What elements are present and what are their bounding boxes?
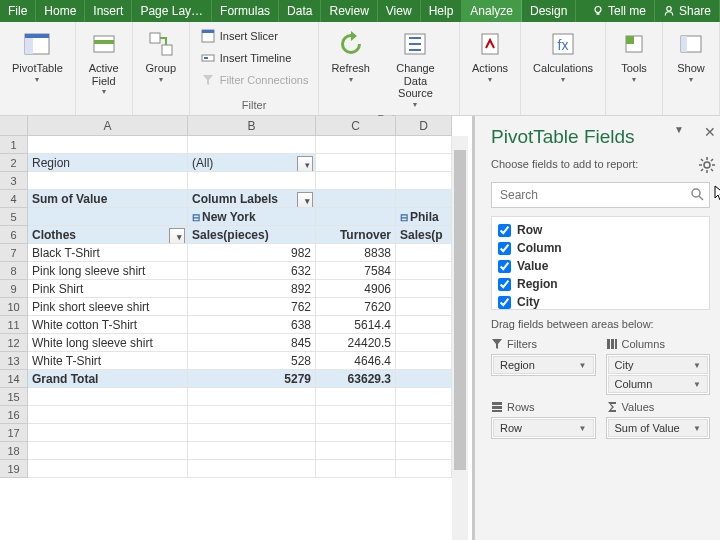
pane-options-dropdown[interactable]: ▼ bbox=[674, 124, 684, 135]
area-item[interactable]: Row▼ bbox=[493, 419, 594, 437]
col-header[interactable]: C bbox=[316, 116, 396, 136]
pane-subtitle: Choose fields to add to report: bbox=[491, 158, 710, 170]
vertical-scrollbar[interactable] bbox=[452, 136, 468, 540]
ribbon: PivotTable▾ ActiveField▾ Group▾ Insert S… bbox=[0, 22, 720, 116]
share-button[interactable]: Share bbox=[655, 0, 720, 22]
svg-point-22 bbox=[704, 162, 710, 168]
svg-point-2 bbox=[667, 7, 672, 12]
report-filter-field[interactable]: Region bbox=[28, 154, 188, 172]
tab-data[interactable]: Data bbox=[279, 0, 321, 22]
filter-connections-button: Filter Connections bbox=[196, 70, 313, 90]
collapse-icon[interactable]: ⊟ bbox=[192, 212, 200, 223]
row-labels[interactable]: Clothes bbox=[28, 226, 188, 244]
svg-rect-24 bbox=[607, 339, 610, 349]
table-row[interactable]: White T-Shirt bbox=[28, 352, 188, 370]
svg-rect-25 bbox=[611, 339, 614, 349]
col-header[interactable]: D bbox=[396, 116, 452, 136]
svg-rect-9 bbox=[162, 45, 172, 55]
ribbon-group-filter: Filter bbox=[242, 97, 266, 111]
report-filter-value[interactable]: (All) bbox=[188, 154, 316, 172]
bulb-icon bbox=[592, 5, 604, 17]
collapse-icon[interactable]: ⊟ bbox=[400, 212, 408, 223]
col-header[interactable]: B bbox=[188, 116, 316, 136]
insert-slicer-button[interactable]: Insert Slicer bbox=[196, 26, 313, 46]
field-list[interactable]: Row Column Value Region City bbox=[491, 216, 710, 310]
field-item: Row bbox=[496, 221, 705, 239]
sigma-icon bbox=[606, 401, 618, 413]
tab-file[interactable]: File bbox=[0, 0, 36, 22]
group-button[interactable]: Group▾ bbox=[139, 26, 183, 86]
tab-insert[interactable]: Insert bbox=[85, 0, 132, 22]
tab-analyze[interactable]: Analyze bbox=[462, 0, 522, 22]
insert-timeline-button[interactable]: Insert Timeline bbox=[196, 48, 313, 68]
svg-text:fx: fx bbox=[558, 37, 569, 53]
calculations-button[interactable]: fxCalculations▾ bbox=[527, 26, 599, 86]
svg-rect-13 bbox=[204, 57, 208, 59]
svg-rect-5 bbox=[25, 38, 33, 54]
area-item[interactable]: Sum of Value▼ bbox=[608, 419, 709, 437]
columns-area[interactable]: Columns City▼Column▼ bbox=[606, 338, 711, 395]
refresh-button[interactable]: Refresh▾ bbox=[325, 26, 376, 86]
area-item[interactable]: Column▼ bbox=[608, 375, 709, 393]
svg-point-0 bbox=[595, 7, 601, 13]
actions-button[interactable]: Actions▾ bbox=[466, 26, 514, 86]
rows-area[interactable]: Rows Row▼ bbox=[491, 401, 596, 439]
pivottable-button[interactable]: PivotTable▾ bbox=[6, 26, 69, 86]
spreadsheet[interactable]: A B C D 12345678910111213141516171819 Re… bbox=[0, 116, 475, 540]
field-item: Region bbox=[496, 275, 705, 293]
field-item: Column bbox=[496, 239, 705, 257]
row-headers: 12345678910111213141516171819 bbox=[0, 136, 28, 540]
search-icon bbox=[690, 187, 704, 204]
svg-rect-1 bbox=[596, 13, 599, 15]
column-labels[interactable]: Column Labels bbox=[188, 190, 316, 208]
grand-total-label[interactable]: Grand Total bbox=[28, 370, 188, 388]
filters-area[interactable]: Filters Region▼ bbox=[491, 338, 596, 395]
tools-button[interactable]: Tools▾ bbox=[612, 26, 656, 86]
table-row[interactable]: Black T-Shirt bbox=[28, 244, 188, 262]
tab-help[interactable]: Help bbox=[421, 0, 463, 22]
tab-formulas[interactable]: Formulas bbox=[212, 0, 279, 22]
tab-home[interactable]: Home bbox=[36, 0, 85, 22]
tab-pagelayout[interactable]: Page Lay… bbox=[132, 0, 212, 22]
select-all-corner[interactable] bbox=[0, 116, 28, 136]
pivottable-fields-pane: ▼ ✕ PivotTable Fields Choose fields to a… bbox=[475, 116, 720, 540]
close-icon[interactable]: ✕ bbox=[704, 124, 716, 140]
table-row[interactable]: White long sleeve shirt bbox=[28, 334, 188, 352]
tab-view[interactable]: View bbox=[378, 0, 421, 22]
tab-review[interactable]: Review bbox=[321, 0, 377, 22]
svg-rect-11 bbox=[202, 30, 214, 33]
col-header[interactable]: A bbox=[28, 116, 188, 136]
values-area[interactable]: Values Sum of Value▼ bbox=[606, 401, 711, 439]
drag-instruction: Drag fields between areas below: bbox=[491, 318, 710, 330]
table-row[interactable]: White cotton T-Shirt bbox=[28, 316, 188, 334]
svg-rect-21 bbox=[681, 36, 687, 52]
city-header[interactable]: ⊟Phila bbox=[396, 208, 452, 226]
table-row[interactable]: Pink short sleeve shirt bbox=[28, 298, 188, 316]
svg-point-23 bbox=[692, 189, 700, 197]
svg-rect-7 bbox=[94, 40, 114, 44]
measure-label[interactable]: Sum of Value bbox=[28, 190, 188, 208]
change-datasource-button[interactable]: Change DataSource▾ bbox=[378, 26, 453, 111]
cell-grid: Region(All) Sum of ValueColumn Labels ⊟N… bbox=[28, 136, 452, 540]
tab-design[interactable]: Design bbox=[522, 0, 576, 22]
gear-icon[interactable] bbox=[698, 156, 716, 177]
city-header[interactable]: ⊟New York bbox=[188, 208, 316, 226]
tellme-button[interactable]: Tell me bbox=[584, 0, 655, 22]
menubar: File Home Insert Page Lay… Formulas Data… bbox=[0, 0, 720, 22]
svg-rect-27 bbox=[492, 402, 502, 405]
field-item: City bbox=[496, 293, 705, 310]
svg-rect-28 bbox=[492, 406, 502, 409]
table-row[interactable]: Pink Shirt bbox=[28, 280, 188, 298]
activefield-button[interactable]: ActiveField▾ bbox=[82, 26, 126, 98]
area-item[interactable]: Region▼ bbox=[493, 356, 594, 374]
field-item: Value bbox=[496, 257, 705, 275]
rows-icon bbox=[491, 401, 503, 413]
table-row[interactable]: Pink long sleeve shirt bbox=[28, 262, 188, 280]
filter-icon bbox=[491, 338, 503, 350]
field-search-input[interactable] bbox=[491, 182, 710, 208]
person-icon bbox=[663, 5, 675, 17]
show-button[interactable]: Show▾ bbox=[669, 26, 713, 86]
svg-rect-8 bbox=[150, 33, 160, 43]
svg-rect-4 bbox=[25, 34, 49, 38]
area-item[interactable]: City▼ bbox=[608, 356, 709, 374]
